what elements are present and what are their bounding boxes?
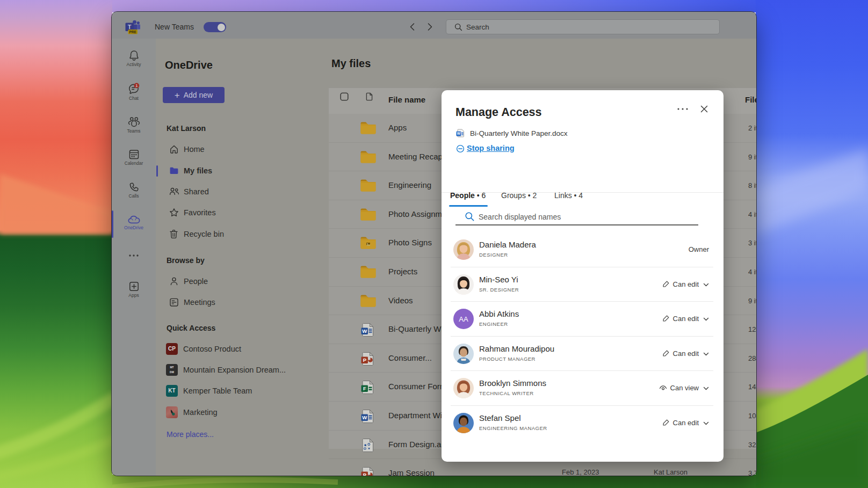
svg-text:PRE: PRE — [129, 30, 137, 34]
svg-text:AA: AA — [459, 315, 468, 323]
svg-text:1: 1 — [135, 83, 138, 88]
svg-text:W: W — [362, 414, 367, 420]
svg-text:F: F — [363, 385, 366, 391]
svg-text:P: P — [363, 357, 367, 363]
svg-text:W: W — [457, 132, 461, 135]
svg-text:T: T — [128, 24, 132, 30]
svg-text:W: W — [362, 328, 367, 334]
